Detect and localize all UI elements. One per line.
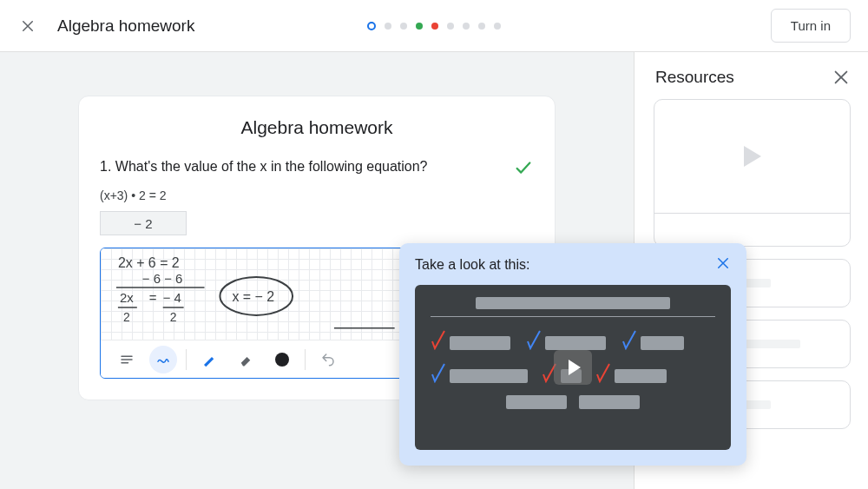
app-header: Algebra homework Turn in xyxy=(0,0,868,52)
progress-dot-current[interactable] xyxy=(367,22,376,30)
text-tool-icon[interactable] xyxy=(113,346,141,373)
toolbar-divider xyxy=(186,349,187,370)
progress-dot[interactable] xyxy=(494,23,501,30)
toolbar-divider xyxy=(305,349,306,370)
resources-title: Resources xyxy=(655,68,734,87)
checkmark-icon xyxy=(513,159,534,182)
question-text: 1. What's the value of the x in the foll… xyxy=(100,159,428,175)
progress-dot[interactable] xyxy=(478,23,485,30)
progress-dot-correct[interactable] xyxy=(416,23,423,30)
play-icon xyxy=(554,350,592,385)
svg-text:2: 2 xyxy=(123,310,130,324)
svg-text:2: 2 xyxy=(170,310,177,324)
undo-icon[interactable] xyxy=(314,346,342,373)
pen-icon[interactable] xyxy=(195,346,223,373)
draw-tool-icon[interactable] xyxy=(149,346,177,373)
popup-video[interactable] xyxy=(415,285,731,450)
progress-dot[interactable] xyxy=(463,23,470,30)
progress-dot[interactable] xyxy=(385,23,391,30)
svg-text:− 6  − 6: − 6 − 6 xyxy=(142,271,183,286)
progress-dot[interactable] xyxy=(400,23,407,30)
svg-text:=: = xyxy=(149,290,157,305)
page-title: Algebra homework xyxy=(57,17,194,36)
turn-in-button[interactable]: Turn in xyxy=(771,9,851,43)
resources-close-icon[interactable] xyxy=(832,68,851,87)
color-picker-icon[interactable] xyxy=(268,346,296,373)
svg-text:2x: 2x xyxy=(120,290,134,305)
svg-text:x = − 2: x = − 2 xyxy=(232,289,274,304)
progress-dot-wrong[interactable] xyxy=(431,23,438,30)
popup-title: Take a look at this: xyxy=(415,257,530,273)
popup-close-icon[interactable] xyxy=(715,255,731,274)
card-title: Algebra homework xyxy=(100,117,534,138)
close-icon[interactable] xyxy=(17,16,38,36)
equation-text: (x+3) • 2 = 2 xyxy=(100,188,534,202)
eraser-icon[interactable] xyxy=(232,346,260,373)
svg-text:2x + 6 = 2: 2x + 6 = 2 xyxy=(118,255,180,270)
progress-dot[interactable] xyxy=(447,23,454,30)
resource-video-card[interactable] xyxy=(654,99,851,247)
svg-text:− 4: − 4 xyxy=(163,290,181,305)
hint-popup: Take a look at this: xyxy=(399,243,746,466)
play-icon xyxy=(744,146,761,167)
answer-input[interactable]: − 2 xyxy=(100,211,187,235)
progress-dots xyxy=(367,22,501,30)
